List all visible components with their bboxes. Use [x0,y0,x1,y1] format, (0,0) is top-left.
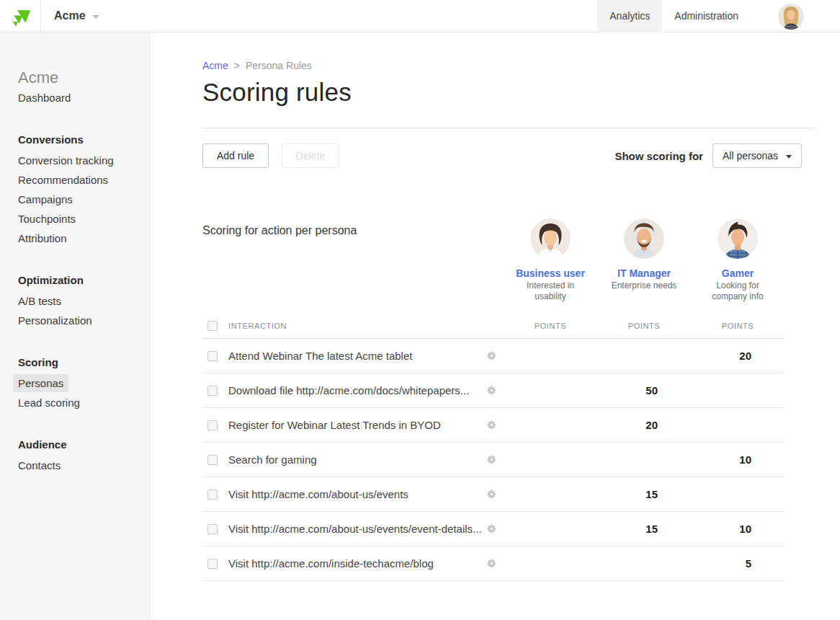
interaction-label: Attend Webinar The latest Acme tablet [228,350,412,362]
interaction-label: Visit http://acme.com/about-us/events/ev… [228,523,482,535]
sidebar-item-dashboard[interactable]: Dashboard [13,89,76,107]
table-header-row: INTERACTION POINTS POINTS POINTS [202,313,785,339]
persona-name-business-user[interactable]: Business user [516,267,585,279]
add-rule-button[interactable]: Add rule [202,143,269,168]
table-row: Visit http://acme.com/about-us/events/ev… [202,512,785,546]
sidebar-section-audience: Audience Contacts [0,434,150,474]
sidebar-item-lead-scoring[interactable]: Lead scoring [13,394,85,412]
points-value: 15 [597,488,691,500]
persona-header-row: Scoring for action per persona [202,218,785,302]
title-divider [202,128,814,128]
sidebar-item-recommendations[interactable]: Recommendations [13,171,113,189]
interaction-column-header: INTERACTION [228,322,287,330]
sidebar-section-conversions: Conversions Conversion tracking Recommen… [0,129,150,247]
points-column-header: POINTS [691,322,785,330]
settings-gear-icon[interactable] [486,350,497,361]
toolbar: Add rule Delete Show scoring for All per… [202,143,814,168]
select-all-checkbox[interactable] [207,321,218,331]
sidebar-section-header: Audience [0,434,150,455]
sidebar-item-conversion-tracking[interactable]: Conversion tracking [13,151,119,169]
table-row: Attend Webinar The latest Acme tablet 20 [202,339,785,373]
it-manager-avatar[interactable] [624,218,664,259]
tab-administration[interactable]: Administration [662,0,751,32]
gamer-avatar-image [718,218,758,259]
org-switcher[interactable]: Acme [54,9,99,22]
sidebar-item-campaigns[interactable]: Campaigns [13,190,78,208]
persona-description: Looking for company info [700,280,775,302]
top-navigation: Analytics Administration [597,0,840,32]
business-user-avatar-image [530,218,571,259]
settings-gear-icon[interactable] [486,489,497,500]
table-row: Visit http://acme.com/inside-techacme/bl… [202,546,785,581]
points-value: 10 [691,523,785,535]
table-row: Download file http://acme.com/docs/white… [202,373,785,408]
sidebar-item-attribution[interactable]: Attribution [13,229,72,247]
business-user-avatar[interactable] [530,218,571,259]
topbar: Acme Analytics Administration [0,0,840,32]
persona-name-gamer[interactable]: Gamer [722,267,754,279]
delete-button[interactable]: Delete [282,143,339,168]
breadcrumb-link-acme[interactable]: Acme [202,60,228,71]
sidebar-section-header: Scoring [0,352,150,373]
sidebar-section-header: Optimization [0,270,150,291]
table-row: Visit http://acme.com/about-us/events 15 [202,477,785,512]
sidebar-item-ab-tests[interactable]: A/B tests [13,292,66,310]
sidebar: Acme Dashboard Conversions Conversion tr… [0,32,151,620]
interaction-label: Download file http://acme.com/docs/white… [228,384,469,397]
show-scoring-for-label: Show scoring for [615,150,703,162]
sidebar-item-personas[interactable]: Personas [13,374,68,392]
points-column-header: POINTS [597,322,691,330]
persona-business-user: Business user Interested in usability [504,218,597,302]
persona-name-it-manager[interactable]: IT Manager [617,267,671,279]
persona-filter: Show scoring for All personas [615,143,802,168]
settings-gear-icon[interactable] [486,420,497,430]
user-avatar-image [778,4,804,30]
sidebar-org-title: Acme [0,68,150,87]
gamer-avatar[interactable] [718,218,758,259]
sidebar-item-touchpoints[interactable]: Touchpoints [13,210,81,228]
settings-gear-icon[interactable] [486,385,497,396]
points-value: 10 [691,453,785,466]
breadcrumb-current: Persona Rules [246,60,312,71]
page-title: Scoring rules [202,78,814,107]
breadcrumb: Acme>Persona Rules [202,60,814,71]
sidebar-item-personalization[interactable]: Personalization [13,311,97,329]
interaction-label: Register for Webinar Latest Trends in BY… [228,419,441,431]
row-checkbox[interactable] [207,455,218,465]
points-value: 5 [691,557,785,570]
section-title: Scoring for action per persona [202,218,504,302]
settings-gear-icon[interactable] [486,454,497,465]
row-checkbox[interactable] [207,490,218,500]
table-row: Register for Webinar Latest Trends in BY… [202,408,785,443]
personas-filter-value: All personas [723,150,778,161]
user-avatar[interactable] [778,4,804,30]
sidebar-section-header: Conversions [0,129,150,150]
points-column-header: POINTS [504,322,597,330]
points-value: 20 [597,419,691,431]
tab-analytics[interactable]: Analytics [597,0,662,32]
persona-description: Enterprise needs [612,280,677,291]
row-checkbox[interactable] [207,420,218,430]
brand-logo[interactable] [0,0,41,32]
it-manager-avatar-image [624,218,664,259]
interaction-label: Visit http://acme.com/about-us/events [228,488,408,500]
row-checkbox[interactable] [207,386,218,396]
settings-gear-icon[interactable] [486,523,497,534]
settings-gear-icon[interactable] [486,558,497,569]
persona-description: Interested in usability [513,280,588,302]
row-checkbox[interactable] [207,524,218,534]
chevron-down-icon [786,155,792,159]
table-row: Search for gaming 10 [202,443,785,477]
row-checkbox[interactable] [207,559,218,569]
toolbar-buttons: Add rule Delete [202,143,339,168]
org-name: Acme [54,9,86,22]
persona-it-manager: IT Manager Enterprise needs [597,218,691,302]
points-value: 20 [691,350,785,362]
points-value: 50 [597,384,691,397]
sidebar-item-contacts[interactable]: Contacts [13,456,66,474]
interaction-label: Search for gaming [228,453,317,466]
persona-gamer: Gamer Looking for company info [691,218,785,302]
sidebar-section-optimization: Optimization A/B tests Personalization [0,270,150,329]
personas-filter-dropdown[interactable]: All personas [712,143,802,168]
row-checkbox[interactable] [207,351,218,361]
